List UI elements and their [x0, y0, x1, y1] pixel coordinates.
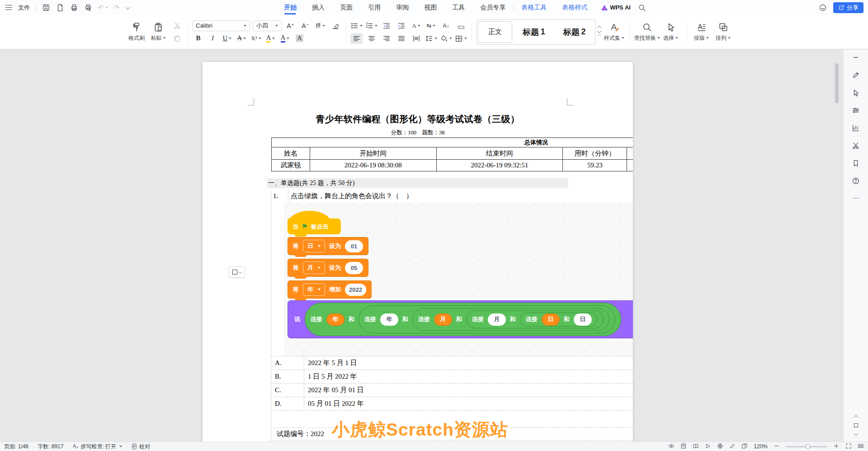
- paste-button[interactable]: 粘贴: [147, 18, 169, 47]
- wps-ai-button[interactable]: WPS AI: [601, 4, 631, 11]
- copy-icon[interactable]: [171, 33, 183, 44]
- summary-caption[interactable]: 总体情况: [272, 138, 633, 147]
- fit-width-icon[interactable]: [858, 443, 864, 451]
- word-count[interactable]: 字数: 8917: [38, 443, 63, 451]
- web-layout-icon[interactable]: [717, 443, 723, 451]
- scrollbar-thumb[interactable]: [835, 63, 839, 103]
- zoom-slider[interactable]: [786, 446, 827, 447]
- option-row-c[interactable]: C. 2022 年 05 月 01 日: [271, 384, 633, 397]
- export-pdf-button[interactable]: [56, 4, 64, 12]
- option-row-b[interactable]: B. 1 日 5 月 2022 年: [271, 370, 633, 384]
- page-view-icon[interactable]: [680, 443, 687, 451]
- col-header-hidden[interactable]: [627, 147, 633, 160]
- text-tool-button[interactable]: A: [410, 20, 422, 31]
- bold-button[interactable]: B: [192, 33, 204, 44]
- superscript-button[interactable]: X²: [250, 33, 262, 44]
- table-select-button[interactable]: [229, 266, 245, 278]
- phonetic-guide-button[interactable]: 拼: [314, 20, 326, 31]
- tab-insert[interactable]: 插入: [304, 0, 332, 15]
- option-letter[interactable]: C.: [271, 384, 304, 397]
- question-text[interactable]: 点击绿旗，舞台上的角色会说出？（ ）: [288, 192, 413, 200]
- question-number[interactable]: 1.: [271, 190, 288, 202]
- vertical-scrollbar[interactable]: [835, 50, 839, 442]
- option-row-a[interactable]: A. 2022 年 5 月 1 日: [271, 356, 633, 370]
- play-icon[interactable]: [705, 443, 711, 451]
- file-menu[interactable]: 文件: [18, 4, 30, 12]
- strikethrough-button[interactable]: A: [236, 33, 248, 44]
- more-quick-commands-icon[interactable]: [126, 5, 130, 10]
- fit-page-icon[interactable]: [845, 443, 852, 451]
- font-size-select[interactable]: 小四: [253, 20, 282, 31]
- collapse-icon[interactable]: [852, 53, 860, 63]
- numbered-list-button[interactable]: [365, 20, 377, 31]
- option-text[interactable]: 1 日 5 月 2022 年: [304, 372, 357, 381]
- redo-button[interactable]: ↷: [114, 4, 120, 12]
- spell-check-status[interactable]: 拼写检查: 打开: [72, 443, 122, 451]
- undo-button[interactable]: ↶: [98, 4, 108, 12]
- decrease-indent-icon[interactable]: [380, 20, 392, 31]
- question-id-text[interactable]: 试题编号：2022: [277, 430, 324, 438]
- italic-button[interactable]: I: [207, 33, 219, 44]
- cjk-layout-button[interactable]: ⇆: [425, 20, 437, 31]
- help-icon[interactable]: [852, 177, 860, 187]
- search-icon[interactable]: [638, 4, 646, 12]
- exam-title[interactable]: 青少年软件编程（图形化）等级考试试卷（三级）: [203, 113, 633, 125]
- shading-button[interactable]: [440, 33, 452, 44]
- select-tool-icon[interactable]: [852, 89, 860, 99]
- sort-button[interactable]: A↓: [440, 20, 452, 31]
- account-icon[interactable]: [819, 4, 827, 12]
- section-heading[interactable]: 一、单选题(共 25 题，共 50 分): [267, 178, 568, 188]
- scratch-blocks-image[interactable]: 当 ⚑ 被点击 将 日 设为 01 将 月: [284, 202, 633, 356]
- summary-table[interactable]: 总体情况 姓名 开始时间 结束时间 用时（分钟） 武家锐 2022-06-19 …: [271, 138, 633, 171]
- find-replace-button[interactable]: 查找替换: [634, 18, 660, 47]
- cell-end[interactable]: 2022-06-19 09:32:51: [436, 160, 563, 171]
- exam-meta[interactable]: 分数：100 题数：38: [203, 129, 633, 137]
- distribute-button[interactable]: [410, 33, 422, 44]
- option-text[interactable]: 2022 年 5 月 1 日: [304, 359, 357, 367]
- ink-pen-icon[interactable]: [729, 443, 736, 451]
- option-letter[interactable]: A.: [271, 356, 304, 370]
- typeset-button[interactable]: 排版: [691, 18, 712, 47]
- tools-icon[interactable]: [852, 142, 860, 152]
- align-justify-button[interactable]: [395, 33, 407, 44]
- tab-table-tool[interactable]: 表格工具: [514, 0, 554, 15]
- option-letter[interactable]: D.: [271, 397, 304, 410]
- tab-reference[interactable]: 引用: [360, 0, 388, 15]
- font-name-select[interactable]: Calibri: [192, 20, 250, 31]
- tab-member[interactable]: 会员专享: [472, 0, 513, 15]
- cell-hidden[interactable]: [627, 160, 633, 171]
- align-left-button[interactable]: [350, 33, 363, 44]
- next-page-icon[interactable]: [854, 432, 858, 436]
- highlight-color-button[interactable]: A: [264, 33, 277, 44]
- arrange-button[interactable]: 排列: [712, 18, 734, 47]
- zoom-level[interactable]: 120%: [754, 443, 768, 450]
- chart-icon[interactable]: [852, 124, 860, 134]
- col-header-end[interactable]: 结束时间: [436, 147, 563, 160]
- styles-more-icon[interactable]: ⋯: [597, 33, 602, 38]
- cut-icon[interactable]: [171, 20, 183, 31]
- tab-view[interactable]: 视图: [416, 0, 444, 15]
- question-row[interactable]: 1. 点击绿旗，舞台上的角色会说出？（ ）: [271, 190, 633, 202]
- save-button[interactable]: [42, 4, 50, 12]
- font-color-button[interactable]: A: [279, 33, 291, 44]
- style-set-button[interactable]: 样式集: [604, 18, 625, 47]
- align-center-button[interactable]: [365, 33, 377, 44]
- select-button[interactable]: 选择: [660, 18, 682, 47]
- col-header-duration[interactable]: 用时（分钟）: [563, 147, 627, 160]
- page-indicator[interactable]: 页面: 1/46: [4, 443, 28, 451]
- show-marks-icon[interactable]: [455, 20, 467, 31]
- char-shading-button[interactable]: A: [293, 33, 306, 44]
- document-page[interactable]: 青少年软件编程（图形化）等级考试试卷（三级） 分数：100 题数：38 总体情况…: [203, 62, 633, 442]
- format-painter-button[interactable]: 格式刷: [126, 18, 147, 47]
- previous-page-icon[interactable]: [854, 415, 858, 420]
- bookmark-icon[interactable]: [852, 159, 860, 169]
- style-normal[interactable]: 正文: [478, 21, 512, 43]
- share-button[interactable]: 分享: [833, 2, 863, 13]
- proofread-button[interactable]: 校对: [131, 443, 150, 451]
- borders-button[interactable]: [455, 33, 467, 44]
- align-right-button[interactable]: [380, 33, 392, 44]
- grow-font-button[interactable]: A⁺: [284, 20, 297, 31]
- col-header-name[interactable]: 姓名: [272, 147, 310, 160]
- tab-table-style[interactable]: 表格样式: [554, 0, 595, 15]
- main-menu-icon[interactable]: [5, 5, 12, 10]
